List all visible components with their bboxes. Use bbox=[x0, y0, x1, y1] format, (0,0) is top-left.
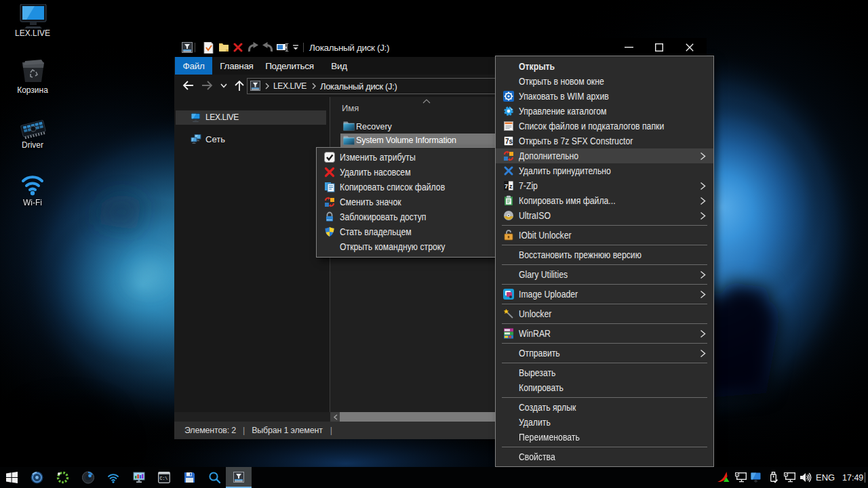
svg-text:7: 7 bbox=[505, 183, 508, 190]
svg-text:z: z bbox=[509, 183, 513, 190]
svg-text:C:\: C:\ bbox=[160, 476, 168, 481]
svg-text:7s: 7s bbox=[505, 138, 513, 145]
